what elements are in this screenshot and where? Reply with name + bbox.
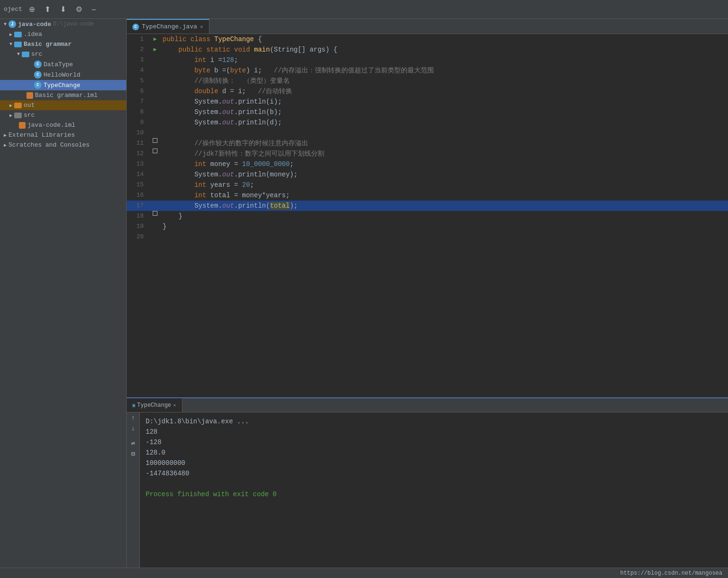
code-line-5: 5 //强制转换： （类型）变量名 (127, 76, 728, 86)
code-line-14: 14 System.out.println(money); (127, 169, 728, 180)
line-number-16: 16 (127, 190, 149, 201)
line-number-11: 11 (127, 138, 149, 149)
sidebar-item-basic-grammar-iml[interactable]: Basic grammar.iml (0, 90, 126, 100)
iml-icon (19, 122, 26, 129)
folder-icon (14, 32, 22, 37)
java-file-icon: C (34, 71, 42, 79)
editor-tab-label: TypeChange.java (142, 23, 197, 30)
run-icon[interactable]: ▶ (153, 34, 156, 44)
line-number-2: 2 (127, 44, 149, 55)
line-number-3: 3 (127, 55, 149, 65)
line-content-13: int money = 10_0000_0000; (161, 159, 728, 169)
line-number-6: 6 (127, 86, 149, 96)
bookmark-icon (153, 149, 157, 153)
code-line-8: 8 System.out.println(b); (127, 107, 728, 117)
console-line-1000000000: 1000000000 (146, 458, 722, 468)
add-button[interactable]: ⊕ (26, 4, 38, 15)
bottom-panel: ▣ TypeChange ✕ ↑ ↓ ⇌ ⊟ D:\jdk1.8\bin\jav… (127, 397, 728, 568)
sidebar-item-idea[interactable]: ▶ .idea (0, 29, 126, 39)
console-tab[interactable]: ▣ TypeChange ✕ (127, 398, 182, 412)
sidebar-item-src[interactable]: ▼ src (0, 49, 126, 59)
code-line-11: 11 //操作较大的数字的时候注意内存溢出 (127, 138, 728, 149)
folder-icon (22, 52, 29, 57)
console-tab-icon: ▣ (132, 403, 135, 408)
chevron-right-icon: ▶ (4, 142, 7, 148)
run-icon[interactable]: ▶ (153, 44, 156, 55)
code-line-4: 4 byte b =(byte) i; //内存溢出：强制转换的值超过了当前类型… (127, 65, 728, 76)
line-content-15: int years = 20; (161, 180, 728, 190)
minimize-button[interactable]: – (89, 4, 99, 15)
code-line-6: 6 double d = i; //自动转换 (127, 86, 728, 96)
sidebar-item-datatype[interactable]: C DataType (0, 59, 126, 70)
filter-icon[interactable]: ⊟ (131, 450, 135, 458)
sidebar-item-scratches-label: Scratches and Consoles (9, 141, 90, 149)
java-file-icon: C (34, 61, 42, 68)
console-line-neg128: -128 (146, 437, 722, 447)
sidebar-item-scratches[interactable]: ▶ Scratches and Consoles (0, 140, 126, 150)
line-content-9: System.out.println(d); (161, 117, 728, 128)
line-number-15: 15 (127, 180, 149, 190)
console-content: ↑ ↓ ⇌ ⊟ D:\jdk1.8\bin\java.exe ... 128 -… (127, 412, 728, 568)
line-number-19: 19 (127, 221, 149, 232)
line-number-10: 10 (127, 128, 149, 138)
sidebar-item-out[interactable]: ▶ out (0, 100, 126, 110)
console-side-icons: ↑ ↓ ⇌ ⊟ (127, 412, 140, 568)
line-content-17: System.out.println(total); (161, 201, 728, 211)
line-content-11: //操作较大的数字的时候注意内存溢出 (161, 138, 728, 149)
console-tab-label: TypeChange (137, 402, 171, 409)
sidebar-item-java-code-iml[interactable]: java-code.iml (0, 120, 126, 130)
wrap-icon[interactable]: ⇌ (131, 439, 135, 447)
code-editor: 1 ▶ public class TypeChange { 2 ▶ public… (127, 34, 728, 397)
bookmark-icon (153, 138, 157, 143)
code-line-18: 18 } (127, 211, 728, 221)
sidebar-item-project-root[interactable]: ▼ J java-code D:\java-code (0, 19, 126, 29)
line-number-8: 8 (127, 107, 149, 117)
line-content-12: //jdk7新特性：数字之间可以用下划线分割 (161, 149, 728, 159)
scroll-down-icon[interactable]: ↓ (131, 425, 135, 432)
console-line-neg1474: -1474836480 (146, 468, 722, 479)
console-line-128f: 128.0 (146, 447, 722, 458)
settings-button[interactable]: ⚙ (73, 4, 85, 15)
line-content-16: int total = money*years; (161, 190, 728, 201)
line-number-1: 1 (127, 34, 149, 44)
sidebar-item-java-code-iml-label: java-code.iml (27, 122, 75, 129)
move-up-button[interactable]: ⬆ (42, 4, 53, 15)
sidebar-item-typechange[interactable]: C TypeChange (0, 80, 126, 90)
chevron-right-icon: ▶ (4, 132, 7, 138)
sidebar-item-external-libraries[interactable]: ▶ External Libraries (0, 130, 126, 140)
line-number-13: 13 (127, 159, 149, 169)
line-gutter-18 (149, 211, 161, 216)
editor-tab-typechange[interactable]: C TypeChange.java ✕ (127, 19, 209, 34)
line-number-9: 9 (127, 117, 149, 128)
line-content-8: System.out.println(b); (161, 107, 728, 117)
line-number-5: 5 (127, 76, 149, 86)
code-line-17: 17 System.out.println(total); (127, 201, 728, 211)
line-content-18: } (161, 211, 728, 221)
chevron-right-icon: ▶ (9, 103, 12, 108)
sidebar-item-out-label: out (24, 102, 35, 109)
line-content-7: System.out.println(i); (161, 96, 728, 107)
sidebar-item-helloworld[interactable]: C HelloWorld (0, 70, 126, 80)
sidebar-item-basic-grammar-label: Basic grammar (24, 41, 71, 48)
collapse-button[interactable]: ⬇ (57, 4, 69, 15)
code-line-19: 19 } (127, 221, 728, 232)
sidebar-item-basic-grammar[interactable]: ▼ Basic grammar (0, 39, 126, 49)
line-number-20: 20 (127, 232, 149, 242)
sidebar-item-src-top-label: src (24, 112, 35, 119)
console-line-process: Process finished with exit code 0 (146, 489, 722, 499)
chevron-right-icon: ▶ (9, 32, 12, 37)
line-content-10 (161, 128, 728, 138)
sidebar-item-src-top[interactable]: ▶ src (0, 110, 126, 120)
line-number-4: 4 (127, 65, 149, 76)
console-output: D:\jdk1.8\bin\java.exe ... 128 -128 128.… (140, 412, 728, 568)
line-gutter-11 (149, 138, 161, 143)
code-line-10: 10 (127, 128, 728, 138)
folder-gray-icon (14, 113, 22, 118)
line-number-18: 18 (127, 211, 149, 221)
tab-close-button[interactable]: ✕ (200, 24, 203, 30)
console-line-blank (146, 479, 722, 489)
console-tab-close[interactable]: ✕ (173, 402, 176, 408)
scroll-up-icon[interactable]: ↑ (131, 414, 135, 422)
line-number-14: 14 (127, 169, 149, 180)
sidebar-item-idea-label: .idea (24, 31, 42, 38)
